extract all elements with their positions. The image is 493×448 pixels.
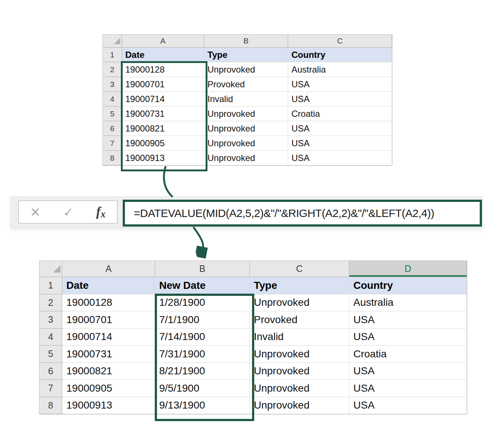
- bottom-row-header-1[interactable]: 1: [39, 277, 62, 294]
- select-all-cell-bottom[interactable]: [39, 261, 62, 277]
- bottom-row-header-3[interactable]: 3: [39, 311, 62, 329]
- bottom-cell-a1[interactable]: Date: [62, 277, 155, 294]
- bottom-cell-d7[interactable]: USA: [349, 380, 467, 397]
- top-row-header-3[interactable]: 3: [103, 77, 122, 92]
- bottom-cell-c1[interactable]: Type: [250, 277, 349, 294]
- bottom-column-header-b[interactable]: B: [155, 261, 250, 277]
- bottom-cell-d6[interactable]: USA: [349, 363, 467, 380]
- top-column-header-c[interactable]: C: [288, 35, 392, 48]
- highlight-box-date-column: [121, 61, 207, 171]
- top-cell-b7[interactable]: Unprovoked: [204, 136, 288, 151]
- bottom-cell-a8[interactable]: 19000913: [62, 397, 155, 414]
- bottom-cell-a3[interactable]: 19000701: [62, 311, 155, 329]
- top-row-header-1[interactable]: 1: [103, 48, 122, 62]
- bottom-row-header-8[interactable]: 8: [39, 397, 62, 414]
- top-cell-b4[interactable]: Invalid: [204, 92, 288, 106]
- top-row-header-4[interactable]: 4: [103, 92, 122, 106]
- bottom-cell-a4[interactable]: 19000714: [62, 329, 155, 346]
- top-cell-a1[interactable]: Date: [122, 48, 204, 62]
- top-cell-b1[interactable]: Type: [204, 48, 288, 62]
- arrow-formula-to-table: [194, 228, 203, 248]
- fx-f: f: [96, 204, 101, 219]
- highlight-box-new-date-column: [155, 294, 254, 421]
- bottom-column-header-d-selected[interactable]: D: [349, 261, 467, 277]
- bottom-cell-d3[interactable]: USA: [349, 311, 467, 329]
- bottom-column-header-c[interactable]: C: [250, 261, 349, 277]
- top-cell-b5[interactable]: Unprovoked: [204, 106, 288, 121]
- bottom-row-header-7[interactable]: 7: [39, 380, 62, 397]
- top-cell-c4[interactable]: USA: [288, 92, 392, 106]
- top-cell-c6[interactable]: USA: [288, 121, 392, 136]
- bottom-cell-d1[interactable]: Country: [349, 277, 467, 294]
- formula-input[interactable]: =DATEVALUE(MID(A2,5,2)&"/"&RIGHT(A2,2)&"…: [123, 200, 482, 227]
- bottom-row-header-4[interactable]: 4: [39, 329, 62, 346]
- top-cell-c1[interactable]: Country: [288, 48, 392, 62]
- top-cell-c5[interactable]: Croatia: [288, 106, 392, 121]
- bottom-cell-c6[interactable]: Unprovoked: [250, 363, 349, 380]
- bottom-cell-a6[interactable]: 19000821: [62, 363, 155, 380]
- bottom-cell-c2[interactable]: Unprovoked: [250, 294, 349, 312]
- cancel-icon[interactable]: ✕: [30, 206, 41, 218]
- bottom-cell-d2[interactable]: Australia: [349, 294, 467, 312]
- page: A B C 1 Date Type Country 2 19000128 Unp…: [0, 0, 493, 448]
- top-cell-b8[interactable]: Unprovoked: [204, 151, 288, 165]
- arrow-table-to-formula: [164, 167, 172, 196]
- bottom-column-header-a[interactable]: A: [62, 261, 155, 277]
- top-row-header-2[interactable]: 2: [103, 62, 122, 77]
- top-cell-b2[interactable]: Unprovoked: [204, 62, 288, 77]
- bottom-cell-a5[interactable]: 19000731: [62, 346, 155, 363]
- bottom-cell-d5[interactable]: Croatia: [349, 346, 467, 363]
- formula-bar: ✕ ✓ fx =DATEVALUE(MID(A2,5,2)&"/"&RIGHT(…: [10, 196, 483, 228]
- top-row-header-8[interactable]: 8: [103, 151, 122, 165]
- formula-bar-buttons: ✕ ✓ fx: [18, 200, 118, 224]
- top-cell-c8[interactable]: USA: [288, 151, 392, 165]
- top-cell-c3[interactable]: USA: [288, 77, 392, 92]
- top-cell-c7[interactable]: USA: [288, 136, 392, 151]
- bottom-cell-b1[interactable]: New Date: [155, 277, 250, 294]
- top-row-header-7[interactable]: 7: [103, 136, 122, 151]
- bottom-cell-c5[interactable]: Unprovoked: [250, 346, 349, 363]
- bottom-cell-c7[interactable]: Unprovoked: [250, 380, 349, 397]
- top-column-header-a[interactable]: A: [122, 35, 204, 48]
- bottom-row-header-5[interactable]: 5: [39, 346, 62, 363]
- select-all-icon: [114, 38, 120, 44]
- bottom-row-header-6[interactable]: 6: [39, 363, 62, 380]
- top-column-header-b[interactable]: B: [204, 35, 288, 48]
- bottom-cell-c4[interactable]: Invalid: [250, 329, 349, 346]
- bottom-cell-c8[interactable]: Unprovoked: [250, 397, 349, 414]
- select-all-icon: [53, 265, 60, 273]
- bottom-cell-a7[interactable]: 19000905: [62, 380, 155, 397]
- top-cell-c2[interactable]: Australia: [288, 62, 392, 77]
- bottom-row-header-2[interactable]: 2: [39, 294, 62, 312]
- top-row-header-6[interactable]: 6: [103, 121, 122, 136]
- top-cell-b3[interactable]: Provoked: [204, 77, 288, 92]
- select-all-cell[interactable]: [103, 35, 122, 48]
- top-row-header-5[interactable]: 5: [103, 106, 122, 121]
- enter-icon[interactable]: ✓: [63, 206, 74, 218]
- bottom-cell-c3[interactable]: Provoked: [250, 311, 349, 329]
- fx-x: x: [101, 209, 106, 220]
- bottom-cell-a2[interactable]: 19000128: [62, 294, 155, 312]
- bottom-cell-d8[interactable]: USA: [349, 397, 467, 414]
- bottom-cell-d4[interactable]: USA: [349, 329, 467, 346]
- top-cell-b6[interactable]: Unprovoked: [204, 121, 288, 136]
- insert-function-icon[interactable]: fx: [96, 205, 106, 219]
